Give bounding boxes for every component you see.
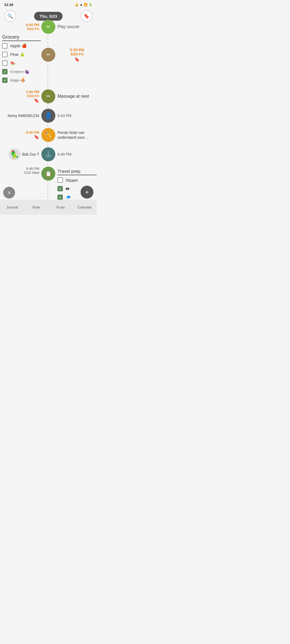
event2-date: 5/24 Fri [57, 52, 97, 56]
todo-text-watermelon: 🍉 [10, 61, 15, 65]
event2-time: 5:35 PM [57, 48, 97, 52]
row-bali: 🦜 Bali Zoo T ⚓ 8:40 PM [0, 147, 97, 161]
wifi-icon: ▲ [80, 3, 83, 6]
row-jonny: Jonny 6466391234 👤 9:43 PM [0, 109, 97, 123]
grocery-section: Grocery Apple 🍎 Pear 🍐 🍉 [0, 34, 41, 86]
timeline-node-4: 👤 [41, 109, 55, 123]
app-container: 11:10 🔔 ▲ 📶 🔋 🔍 Thu, 5/23 🔖 8:00 PM [0, 0, 97, 215]
todo-grapes: Grapes 🍇 [2, 69, 41, 74]
row1-date: 5/24 Fri [0, 27, 39, 31]
journal-label: Journal [6, 205, 18, 209]
nav-note[interactable]: Note [25, 200, 47, 215]
nav-journal[interactable]: Journal [1, 200, 23, 215]
jonny-name: Jonny 6466391234 [7, 114, 39, 118]
bali-time: 8:40 PM [57, 152, 71, 156]
node2-wrapper: tmr [41, 34, 56, 62]
node6-wrapper: ⚓ [41, 147, 56, 161]
pendo-left: 9:06 PM 🔖 [0, 130, 41, 140]
row-travel: 9:46 PM 5/22 Wed 📋 Travel prep Slipper [0, 167, 97, 200]
bali-avatar: 🦜 [9, 148, 20, 160]
travel-left: 9:46 PM 5/22 Wed [0, 167, 41, 175]
checkbox-apple[interactable] [2, 43, 8, 49]
todo-text-grapes: Grapes 🍇 [10, 69, 30, 74]
todo-pear: Pear 🍐 [2, 52, 41, 57]
pendo-right: Pendo Note can understand your... [56, 130, 97, 140]
status-icons: 🔔 ▲ 📶 🔋 [75, 3, 92, 6]
pendo-text: Pendo Note can understand your... [57, 130, 88, 140]
status-time: 11:10 [4, 3, 13, 7]
notification-icon: 🔔 [75, 3, 79, 6]
row-massage: 2:00 PM 5/24 Fri 🔖 tmr Massage at nest [0, 89, 97, 103]
timeline-node-2: tmr [41, 48, 55, 62]
battery-icon: 🔋 [89, 3, 92, 6]
timeline-node-5: ✏️ [41, 128, 55, 142]
timeline-node-3: tmr [41, 89, 55, 103]
date-button[interactable]: Thu, 5/23 [34, 12, 62, 21]
massage-left: 2:00 PM 5/24 Fri 🔖 [0, 90, 41, 103]
checkbox-watermelon[interactable] [2, 60, 8, 66]
checkbox-hat[interactable] [57, 195, 63, 200]
todo-slipper: Slipper [57, 177, 97, 183]
todo-eggs: Eggs 🥚 [2, 78, 41, 83]
bookmark-icon: 🔖 [84, 13, 89, 19]
pendo-time: 9:06 PM [0, 130, 39, 134]
jonny-time: 9:43 PM [57, 114, 71, 118]
nav-todo[interactable]: To-do [49, 200, 71, 215]
nav-calendar[interactable]: Calendar [74, 200, 96, 215]
scroll-content: 8:00 PM 5/24 Fri tmr Play soccer Grocery [0, 20, 97, 200]
bali-left: 🦜 Bali Zoo T [0, 148, 41, 160]
travel-title: Travel prep [57, 169, 97, 175]
row1-time: 8:00 PM [0, 23, 39, 27]
todo-hat: 🧢 [57, 195, 97, 200]
todo-text-apple: Apple 🍎 [10, 43, 27, 48]
row2-right: 5:35 PM 5/24 Fri 🔖 [56, 34, 97, 62]
travel-section: Travel prep Slipper 🕶 🧢 [57, 167, 97, 200]
checkbox-sunglasses[interactable] [57, 186, 63, 191]
node3-wrapper: tmr [41, 89, 56, 103]
event2-bookmark: 🔖 [57, 57, 97, 62]
massage-right: Massage at nest [56, 94, 97, 99]
todo-text-hat: 🧢 [66, 195, 71, 200]
timeline-node-6: ⚓ [41, 147, 55, 161]
massage-text: Massage at nest [57, 94, 89, 98]
search-icon: 🔍 [7, 13, 13, 19]
bottom-nav: Journal Note To-do Calendar [0, 200, 97, 215]
row-grocery: Grocery Apple 🍎 Pear 🍐 🍉 [0, 34, 97, 86]
timeline-node-7: 📋 [41, 167, 55, 181]
timeline-node-1: tmr [41, 20, 55, 34]
todo-watermelon: 🍉 [2, 60, 41, 66]
massage-time: 2:00 PM [0, 90, 39, 94]
node4-wrapper: 👤 [41, 109, 56, 123]
grocery-title: Grocery [2, 34, 41, 41]
massage-date: 5/24 Fri [0, 94, 39, 98]
travel-time: 9:46 PM [0, 167, 39, 171]
todo-text-sunglasses: 🕶 [66, 186, 70, 191]
checkbox-grapes[interactable] [2, 69, 8, 74]
row-pendo: 9:06 PM 🔖 ✏️ Pendo Note can understand y… [0, 128, 97, 142]
note-label: Note [32, 205, 40, 209]
todo-label: To-do [56, 205, 65, 209]
checkbox-eggs[interactable] [2, 78, 8, 83]
todo-apple: Apple 🍎 [2, 43, 41, 49]
checkbox-pear[interactable] [2, 52, 8, 57]
travel-date: 5/22 Wed [0, 171, 39, 175]
play-soccer-text: Play soccer [57, 24, 80, 29]
jonny-right: 9:43 PM [56, 113, 97, 118]
todo-text-slipper: Slipper [66, 178, 78, 182]
todo-text-eggs: Eggs 🥚 [10, 78, 26, 83]
pendo-bookmark: 🔖 [0, 134, 39, 140]
signal-icon: 📶 [84, 3, 88, 6]
row1-node: tmr [41, 20, 56, 34]
todo-text-pear: Pear 🍐 [10, 52, 25, 57]
jonny-left: Jonny 6466391234 [0, 113, 41, 118]
row1-left: 8:00 PM 5/24 Fri [0, 23, 41, 31]
bali-right: 8:40 PM [56, 152, 97, 157]
calendar-label: Calendar [78, 205, 92, 209]
node7-wrapper: 📋 [41, 167, 56, 181]
todo-sunglasses: 🕶 [57, 186, 97, 191]
checkbox-slipper[interactable] [57, 177, 63, 183]
row1-right: Play soccer [56, 24, 97, 29]
node5-wrapper: ✏️ [41, 128, 56, 142]
status-bar: 11:10 🔔 ▲ 📶 🔋 [0, 0, 97, 8]
bali-name: Bali Zoo T [22, 152, 39, 156]
